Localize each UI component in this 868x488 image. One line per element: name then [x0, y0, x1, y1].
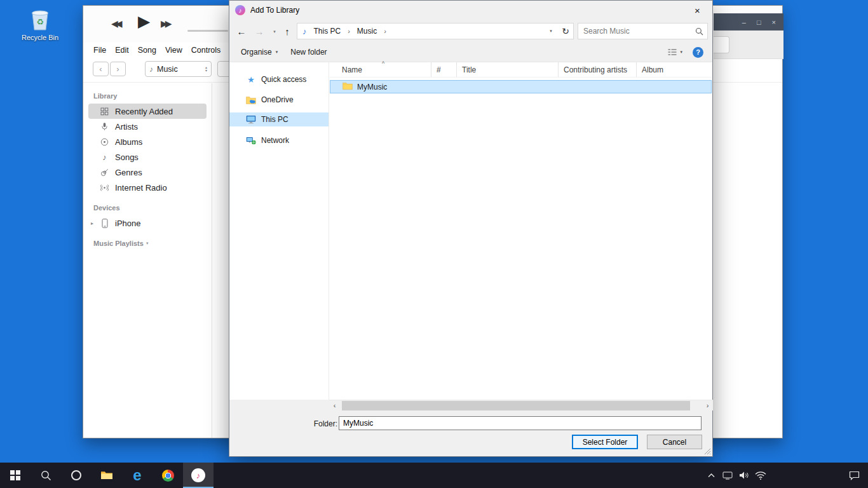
volume-slider[interactable]	[187, 30, 228, 32]
display-tray-button[interactable]	[719, 463, 736, 488]
column-header-title[interactable]: Title	[457, 62, 559, 77]
breadcrumb-separator-icon[interactable]: ›	[345, 27, 353, 35]
menu-item-song[interactable]: Song	[138, 46, 156, 55]
media-kind-dropdown[interactable]: ♪ Music ▴▾	[145, 61, 212, 77]
breadcrumb-this-pc[interactable]: This PC	[311, 27, 344, 36]
recently-added-icon	[100, 107, 109, 116]
sidebar-item-recently-added[interactable]: Recently Added	[88, 104, 207, 119]
volume-tray-button[interactable]	[736, 463, 752, 488]
rewind-button[interactable]: ◀◀	[111, 18, 120, 29]
edge-icon: e	[133, 468, 141, 483]
help-button[interactable]: ?	[693, 47, 703, 58]
itunes-search-field[interactable]	[714, 36, 729, 53]
close-button[interactable]: ×	[772, 18, 776, 26]
iphone-icon	[100, 219, 109, 228]
column-header-name[interactable]: ^ Name	[330, 62, 431, 77]
resize-grip[interactable]	[704, 448, 711, 455]
back-button[interactable]: ←	[234, 24, 248, 38]
sidebar-item-albums[interactable]: Albums	[88, 134, 207, 149]
refresh-button[interactable]: ↻	[558, 24, 573, 39]
new-folder-button[interactable]: New folder	[284, 48, 333, 57]
scrollbar-thumb[interactable]	[342, 401, 690, 410]
up-button[interactable]: ↑	[280, 24, 294, 38]
sidebar-item-genres[interactable]: Genres	[88, 165, 207, 180]
play-button[interactable]: ▶	[138, 12, 150, 30]
taskbar-chrome-button[interactable]	[153, 463, 183, 488]
maximize-button[interactable]: □	[757, 18, 761, 26]
speaker-icon	[739, 471, 749, 480]
taskbar-itunes-button[interactable]: ♪	[183, 463, 214, 488]
taskbar: e ♪	[0, 463, 868, 488]
search-input[interactable]	[578, 27, 691, 36]
chevron-down-icon: ▾	[680, 50, 682, 55]
scroll-left-button[interactable]: ‹	[329, 400, 340, 411]
fast-forward-button[interactable]: ▶▶	[161, 18, 170, 29]
column-header-contributing-artists[interactable]: Contributing artists	[559, 62, 637, 77]
taskbar-edge-button[interactable]: e	[122, 463, 153, 488]
horizontal-scrollbar[interactable]: ‹ ›	[329, 400, 713, 410]
column-header-number[interactable]: #	[431, 62, 457, 77]
sidebar-item-iphone[interactable]: ▸ iPhone	[88, 215, 207, 231]
star-icon: ★	[246, 75, 256, 85]
playlists-section-header[interactable]: Music Playlists ▾	[93, 240, 212, 247]
itunes-caption-bar: – □ ×	[714, 13, 783, 30]
hidden-icons-button[interactable]	[703, 463, 719, 488]
breadcrumb-separator-icon[interactable]: ›	[381, 27, 389, 35]
guitar-icon	[100, 168, 109, 177]
itunes-icon: ♪	[191, 468, 205, 482]
search-icon[interactable]	[691, 27, 707, 36]
network-tray-button[interactable]	[752, 463, 769, 488]
expander-icon[interactable]: ▸	[91, 220, 93, 226]
folder-icon	[342, 82, 353, 92]
recycle-bin[interactable]: ♻ Recycle Bin	[19, 6, 61, 41]
recycle-bin-label: Recycle Bin	[19, 34, 61, 41]
music-folder-icon: ♪	[302, 27, 307, 36]
taskbar-search-button[interactable]	[31, 463, 61, 488]
column-header-album[interactable]: Album	[637, 62, 712, 77]
folder-name-input[interactable]	[339, 416, 702, 430]
menu-item-controls[interactable]: Controls	[191, 46, 221, 55]
desktop: ♻ Recycle Bin ◀◀ ▶ ▶▶ File Edit Song Vie…	[0, 0, 868, 488]
address-bar[interactable]: ♪ This PC › Music › ▾ ↻	[297, 23, 574, 39]
cancel-button[interactable]: Cancel	[647, 435, 702, 449]
place-onedrive[interactable]: OneDrive	[229, 93, 329, 107]
select-folder-button[interactable]: Select Folder	[572, 435, 638, 449]
recent-locations-dropdown-icon[interactable]: ▾	[268, 25, 281, 39]
dialog-close-button[interactable]: ×	[683, 1, 712, 19]
chevron-down-icon: ▾	[146, 241, 149, 246]
address-dropdown-icon[interactable]: ▾	[545, 29, 557, 34]
action-center-icon	[849, 471, 860, 480]
sidebar-item-songs[interactable]: ♪ Songs	[88, 149, 207, 165]
search-icon	[41, 470, 51, 481]
library-section-header: Library	[93, 92, 212, 100]
cortana-icon	[71, 470, 81, 480]
start-button[interactable]	[0, 463, 31, 488]
file-list: ^ Name # Title Contributing artists Albu…	[330, 62, 712, 400]
broadcast-icon	[100, 184, 109, 192]
minimize-button[interactable]: –	[742, 18, 746, 26]
file-explorer-icon	[100, 470, 113, 480]
devices-section-header: Devices	[93, 204, 212, 212]
taskbar-file-explorer-button[interactable]	[92, 463, 122, 488]
change-view-button[interactable]: ▾	[668, 48, 682, 56]
itunes-back-button[interactable]: ‹	[93, 62, 109, 76]
place-network[interactable]: Network	[229, 133, 329, 147]
sort-ascending-icon: ^	[382, 60, 384, 67]
search-box	[578, 23, 708, 39]
sidebar-item-artists[interactable]: Artists	[88, 119, 207, 134]
scroll-right-button[interactable]: ›	[702, 400, 713, 411]
menu-item-edit[interactable]: Edit	[115, 46, 129, 55]
place-this-pc[interactable]: This PC	[229, 112, 329, 126]
breadcrumb-music[interactable]: Music	[354, 27, 380, 36]
menu-item-view[interactable]: View	[165, 46, 182, 55]
sidebar-item-internet-radio[interactable]: Internet Radio	[88, 180, 207, 195]
navigation-pane: ★ Quick access OneDrive This PC	[229, 62, 329, 400]
action-center-button[interactable]	[840, 463, 868, 488]
cortana-button[interactable]	[61, 463, 92, 488]
itunes-forward-button[interactable]: ›	[110, 62, 126, 76]
folder-label: Folder:	[311, 419, 337, 428]
file-row-mymusic[interactable]: MyMusic	[330, 80, 712, 93]
organise-button[interactable]: Organise ▾	[234, 48, 284, 57]
menu-item-file[interactable]: File	[93, 46, 106, 55]
place-quick-access[interactable]: ★ Quick access	[229, 72, 329, 86]
